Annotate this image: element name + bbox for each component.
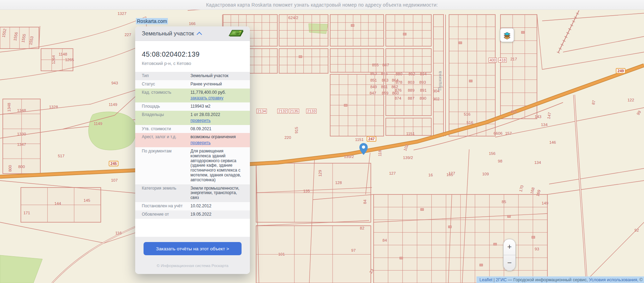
attribution-text: — Городской информационный сервис,	[508, 277, 588, 282]
map-marker-icon[interactable]	[359, 143, 368, 155]
layers-icon	[502, 30, 512, 40]
info-row: ТипЗемельный участок	[135, 72, 250, 80]
map-parcel-label: 1265	[65, 58, 74, 62]
info-row: Утв. стоимости08.09.2021	[135, 125, 250, 133]
row-value: 08.09.2021	[190, 127, 243, 132]
parcel-info-panel: Земельный участок 45:08:020402:139 Кетов…	[135, 26, 250, 274]
row-value: Земельный участок	[190, 74, 243, 78]
info-rows: ТипЗемельный участокСтатусРанее учтенный…	[135, 72, 250, 219]
row-link[interactable]: проверить	[190, 118, 211, 123]
terms-link[interactable]: Условия использования,	[589, 277, 638, 282]
layers-control-button[interactable]	[500, 28, 514, 42]
map-parcel-label: 1330	[17, 132, 26, 136]
row-label: Обовление от	[142, 212, 190, 217]
map-parcel-label: 128	[335, 181, 342, 185]
map-parcel-label: 847	[369, 91, 376, 95]
panel-header[interactable]: Земельный участок	[135, 26, 250, 41]
zoom-in-button[interactable]: +	[504, 239, 515, 255]
map-parcel-label: 1327	[117, 11, 127, 16]
map-parcel-label: 98	[498, 159, 503, 163]
chevron-up-icon[interactable]	[197, 32, 202, 38]
map-parcel-label: 1347	[17, 142, 26, 147]
info-row: Обовление от19.05.2022	[135, 210, 250, 219]
map-parcel-label: 849	[370, 85, 377, 89]
map-parcel-label: 874	[394, 96, 401, 100]
panel-footer: © Информационная система Роскарта	[144, 264, 242, 268]
order-reports-button[interactable]: Заказать отчёты на этот объект >	[144, 242, 242, 255]
map-attribution: Leaflet | 2ГИС — Городской информационны…	[476, 276, 644, 283]
map-parcel-label: 82	[360, 226, 365, 230]
map-parcel-label: 129	[318, 170, 322, 176]
map-parcel-label: 867	[382, 63, 389, 67]
attribution-copy: ©	[639, 277, 643, 282]
panel-bottom: Заказать отчёты на этот объект > © Инфор…	[135, 237, 250, 274]
map-canvas[interactable]	[0, 0, 644, 283]
map-parcel-label: 893	[419, 80, 426, 84]
map-parcel-label: 1328	[49, 105, 58, 109]
map-area[interactable]: 1327166227624/21552155615551553126411481…	[0, 0, 644, 283]
map-parcel-label: 92	[635, 228, 639, 232]
map-parcel-label: 156	[489, 151, 495, 156]
row-value: 10.02.2012	[190, 204, 243, 209]
map-parcel-label: 134	[534, 160, 541, 165]
row-label: Площадь	[142, 104, 190, 109]
row-value: 119943 м2	[190, 104, 243, 109]
map-parcel-label: 116	[115, 231, 122, 235]
row-label: Арест, залог и т.д.	[142, 135, 190, 145]
map-parcel-label: 915	[294, 127, 299, 133]
row-value: 1 от 28.03.2022проверить	[190, 113, 243, 123]
map-parcel-label: 894	[420, 72, 426, 76]
map-parcel-label: 800	[8, 165, 12, 172]
info-row: По документамДля размещения комплекса зд…	[135, 147, 250, 184]
info-row: Владельцы1 от 28.03.2022проверить	[135, 111, 250, 125]
map-parcel-label: 859	[382, 91, 388, 95]
top-bar-text: Кадастровая карта Roskarta поможет узнат…	[206, 2, 438, 8]
map-parcel-label: 166	[189, 22, 195, 26]
road-number-badge: 249	[616, 68, 626, 74]
row-link[interactable]: заказать справку	[190, 96, 223, 101]
map-parcel-label: 122	[627, 98, 634, 102]
map-parcel-label: 85	[502, 200, 506, 204]
map-parcel-label: 865	[381, 72, 388, 76]
row-value: 19.05.2022	[190, 212, 243, 217]
map-parcel-label: 863	[382, 78, 388, 82]
map-parcel-box-label: 2132	[277, 109, 288, 114]
map-parcel-label: 165	[446, 173, 453, 177]
provider-link[interactable]: 2ГИС	[496, 277, 507, 282]
row-label: Тип	[142, 74, 190, 78]
map-parcel-label: 217	[510, 57, 517, 61]
zoom-out-button[interactable]: −	[504, 255, 515, 271]
roskarta-site-label[interactable]: Roskarta.com	[136, 18, 168, 24]
map-parcel-label: 1348	[17, 108, 26, 113]
row-link[interactable]: проверить	[190, 141, 211, 145]
map-parcel-label: 889	[408, 88, 414, 92]
street-name-label: Пушкина	[438, 71, 442, 91]
panel-body: 45:08:020402:139 Кетовский р-н, с Кетово	[135, 41, 250, 72]
info-row: Постановлен на учёт10.02.2012	[135, 202, 250, 210]
map-parcel-label: 861	[381, 85, 388, 89]
map-parcel-label: 84	[383, 238, 387, 242]
map-parcel-label: 800	[18, 165, 25, 169]
parcel-location: Кетовский р-н, с Кетово	[142, 61, 243, 66]
map-parcel-label: 6606	[494, 131, 503, 135]
map-parcel-label: 851	[370, 78, 377, 82]
map-parcel-label: 135	[303, 189, 310, 193]
map-parcel-label: 87	[591, 100, 596, 105]
map-parcel-label: 902	[433, 97, 439, 101]
map-parcel-label: 853	[370, 72, 377, 76]
map-parcel-label: 101	[278, 252, 285, 256]
map-parcel-label: 878	[396, 80, 402, 84]
map-parcel-label: 146	[549, 140, 556, 144]
map-parcel-label: 890	[419, 96, 426, 100]
map-parcel-label: 1264	[51, 55, 56, 64]
map-parcel-label: 93	[535, 247, 539, 251]
map-parcel-label: 1148	[59, 52, 67, 56]
map-parcel-label: 149	[541, 201, 548, 205]
leaflet-link[interactable]: Leaflet	[480, 277, 493, 282]
road-number-badge: 247	[367, 136, 376, 142]
row-value: возможны ограниченияпроверить	[190, 135, 243, 145]
roskarta-logo-icon	[227, 28, 245, 39]
info-row: СтатусРанее учтенный	[135, 80, 250, 89]
top-bar: Кадастровая карта Roskarta поможет узнат…	[0, 0, 644, 10]
road-number-badge: 245	[109, 161, 119, 166]
